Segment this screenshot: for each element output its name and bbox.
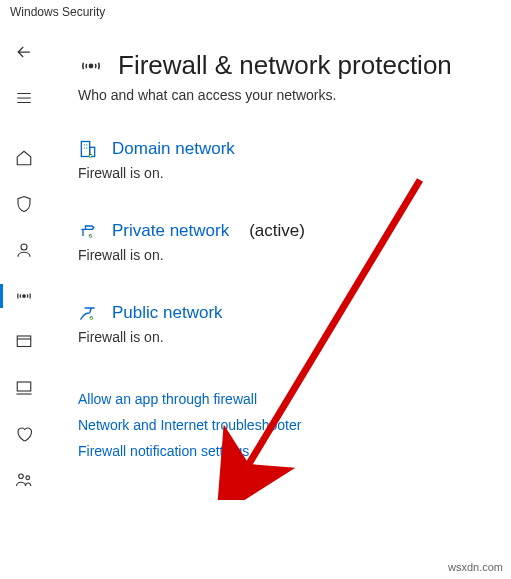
menu-button[interactable] [4,78,44,118]
broadcast-icon [14,286,34,306]
bottom-links: Allow an app through firewall Network an… [78,391,491,459]
back-arrow-icon [14,42,34,62]
nav-app-browser[interactable] [4,322,44,362]
public-network-status: Firewall is on. [78,329,491,345]
svg-point-6 [89,64,92,67]
nav-home[interactable] [4,138,44,178]
public-network-link[interactable]: Public network [112,303,223,323]
family-icon [15,471,33,489]
nav-device[interactable] [4,368,44,408]
nav-family[interactable] [4,460,44,500]
svg-point-5 [26,476,30,480]
back-button[interactable] [4,32,44,72]
nav-firewall[interactable] [4,276,44,316]
private-network-active-tag: (active) [249,221,305,241]
domain-network-status: Firewall is on. [78,165,491,181]
private-network-section: Private network (active) Firewall is on. [78,221,491,263]
device-icon [15,379,33,397]
heart-icon [15,425,33,443]
shield-icon [15,195,33,213]
nav-virus[interactable] [4,184,44,224]
svg-point-1 [23,295,26,298]
main-container: Firewall & network protection Who and wh… [0,24,511,577]
allow-app-link[interactable]: Allow an app through firewall [78,391,491,407]
app-icon [15,333,33,351]
hamburger-icon [15,89,33,107]
svg-rect-7 [81,142,89,157]
page-header: Firewall & network protection [78,50,491,81]
svg-point-0 [21,244,27,250]
content-area: Firewall & network protection Who and wh… [48,24,511,577]
private-network-link[interactable]: Private network [112,221,229,241]
private-network-status: Firewall is on. [78,247,491,263]
public-network-icon [78,303,98,323]
page-subtitle: Who and what can access your networks. [78,87,491,103]
domain-network-section: Domain network Firewall is on. [78,139,491,181]
nav-rail [0,24,48,577]
troubleshooter-link[interactable]: Network and Internet troubleshooter [78,417,491,433]
watermark: wsxdn.com [448,561,503,573]
home-icon [15,149,33,167]
svg-rect-2 [17,336,31,347]
notification-settings-link[interactable]: Firewall notification settings [78,443,491,459]
nav-health[interactable] [4,414,44,454]
svg-point-4 [19,474,24,479]
window-title: Windows Security [0,0,511,24]
private-network-icon [78,221,98,241]
page-title: Firewall & network protection [118,50,452,81]
domain-network-link[interactable]: Domain network [112,139,235,159]
building-icon [78,139,98,159]
person-icon [15,241,33,259]
public-network-section: Public network Firewall is on. [78,303,491,345]
svg-rect-3 [17,382,31,391]
broadcast-icon [78,53,104,79]
nav-account[interactable] [4,230,44,270]
